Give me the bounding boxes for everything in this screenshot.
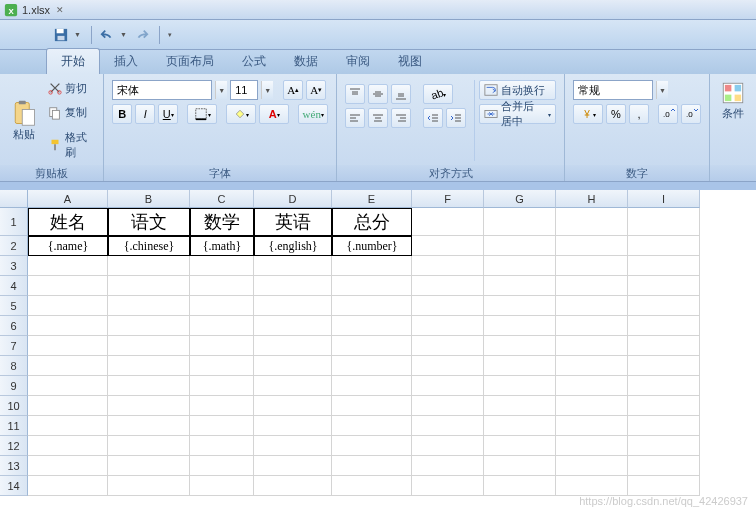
- cell-G6[interactable]: [484, 316, 556, 336]
- cell-F1[interactable]: [412, 208, 484, 236]
- cell-E2[interactable]: {.number}: [332, 236, 412, 256]
- cell-G12[interactable]: [484, 436, 556, 456]
- tab-data[interactable]: 数据: [280, 49, 332, 74]
- select-all-corner[interactable]: [0, 190, 28, 208]
- cell-B13[interactable]: [108, 456, 190, 476]
- align-middle-button[interactable]: [368, 84, 388, 104]
- cell-H2[interactable]: [556, 236, 628, 256]
- cell-E12[interactable]: [332, 436, 412, 456]
- cell-I10[interactable]: [628, 396, 700, 416]
- align-bottom-button[interactable]: [391, 84, 411, 104]
- cell-F4[interactable]: [412, 276, 484, 296]
- copy-button[interactable]: 复制: [46, 104, 97, 121]
- cell-D10[interactable]: [254, 396, 332, 416]
- col-header-A[interactable]: A: [28, 190, 108, 208]
- cell-D14[interactable]: [254, 476, 332, 496]
- cell-F9[interactable]: [412, 376, 484, 396]
- tab-home[interactable]: 开始: [46, 48, 100, 74]
- cell-G2[interactable]: [484, 236, 556, 256]
- tab-formulas[interactable]: 公式: [228, 49, 280, 74]
- tab-page-layout[interactable]: 页面布局: [152, 49, 228, 74]
- row-header-4[interactable]: 4: [0, 276, 28, 296]
- cell-B10[interactable]: [108, 396, 190, 416]
- cell-I4[interactable]: [628, 276, 700, 296]
- col-header-F[interactable]: F: [412, 190, 484, 208]
- cell-H13[interactable]: [556, 456, 628, 476]
- border-button[interactable]: ▾: [187, 104, 217, 124]
- cell-C3[interactable]: [190, 256, 254, 276]
- cell-E11[interactable]: [332, 416, 412, 436]
- cell-G5[interactable]: [484, 296, 556, 316]
- bold-button[interactable]: B: [112, 104, 132, 124]
- cell-D9[interactable]: [254, 376, 332, 396]
- cell-B2[interactable]: {.chinese}: [108, 236, 190, 256]
- cell-C5[interactable]: [190, 296, 254, 316]
- cell-I12[interactable]: [628, 436, 700, 456]
- cell-A2[interactable]: {.name}: [28, 236, 108, 256]
- cell-H4[interactable]: [556, 276, 628, 296]
- comma-button[interactable]: ,: [629, 104, 649, 124]
- cell-I14[interactable]: [628, 476, 700, 496]
- cell-C4[interactable]: [190, 276, 254, 296]
- tab-view[interactable]: 视图: [384, 49, 436, 74]
- align-right-button[interactable]: [391, 108, 411, 128]
- cell-H14[interactable]: [556, 476, 628, 496]
- cell-H12[interactable]: [556, 436, 628, 456]
- cell-D1[interactable]: 英语: [254, 208, 332, 236]
- cell-A11[interactable]: [28, 416, 108, 436]
- merge-dropdown-icon[interactable]: ▾: [548, 111, 551, 118]
- row-header-1[interactable]: 1: [0, 208, 28, 236]
- cell-D12[interactable]: [254, 436, 332, 456]
- cell-I13[interactable]: [628, 456, 700, 476]
- cell-A1[interactable]: 姓名: [28, 208, 108, 236]
- close-document-icon[interactable]: ✕: [56, 5, 64, 15]
- merge-center-button[interactable]: 合并后居中 ▾: [479, 104, 556, 124]
- cell-F10[interactable]: [412, 396, 484, 416]
- cell-B14[interactable]: [108, 476, 190, 496]
- cell-A3[interactable]: [28, 256, 108, 276]
- cell-E6[interactable]: [332, 316, 412, 336]
- cell-A14[interactable]: [28, 476, 108, 496]
- cell-B9[interactable]: [108, 376, 190, 396]
- row-header-6[interactable]: 6: [0, 316, 28, 336]
- cell-G1[interactable]: [484, 208, 556, 236]
- paste-button[interactable]: 粘贴: [6, 76, 42, 165]
- cell-A5[interactable]: [28, 296, 108, 316]
- col-header-H[interactable]: H: [556, 190, 628, 208]
- font-size-combo[interactable]: 11: [230, 80, 258, 100]
- cell-H6[interactable]: [556, 316, 628, 336]
- cell-F12[interactable]: [412, 436, 484, 456]
- cell-G8[interactable]: [484, 356, 556, 376]
- cell-G7[interactable]: [484, 336, 556, 356]
- row-header-9[interactable]: 9: [0, 376, 28, 396]
- cell-E14[interactable]: [332, 476, 412, 496]
- cell-A13[interactable]: [28, 456, 108, 476]
- cell-C10[interactable]: [190, 396, 254, 416]
- align-top-button[interactable]: [345, 84, 365, 104]
- align-left-button[interactable]: [345, 108, 365, 128]
- cell-D8[interactable]: [254, 356, 332, 376]
- cell-A7[interactable]: [28, 336, 108, 356]
- cell-E7[interactable]: [332, 336, 412, 356]
- redo-button[interactable]: [131, 24, 153, 46]
- cell-I6[interactable]: [628, 316, 700, 336]
- cell-A9[interactable]: [28, 376, 108, 396]
- shrink-font-button[interactable]: A▾: [306, 80, 326, 100]
- font-color-button[interactable]: A▾: [259, 104, 289, 124]
- cell-G3[interactable]: [484, 256, 556, 276]
- cell-A10[interactable]: [28, 396, 108, 416]
- cell-F8[interactable]: [412, 356, 484, 376]
- cell-C13[interactable]: [190, 456, 254, 476]
- cell-C2[interactable]: {.math}: [190, 236, 254, 256]
- cell-I1[interactable]: [628, 208, 700, 236]
- font-name-dropdown-icon[interactable]: ▼: [215, 81, 227, 99]
- col-header-B[interactable]: B: [108, 190, 190, 208]
- cell-C11[interactable]: [190, 416, 254, 436]
- col-header-C[interactable]: C: [190, 190, 254, 208]
- cell-D4[interactable]: [254, 276, 332, 296]
- col-header-E[interactable]: E: [332, 190, 412, 208]
- row-header-3[interactable]: 3: [0, 256, 28, 276]
- cell-C1[interactable]: 数学: [190, 208, 254, 236]
- row-header-13[interactable]: 13: [0, 456, 28, 476]
- cell-A6[interactable]: [28, 316, 108, 336]
